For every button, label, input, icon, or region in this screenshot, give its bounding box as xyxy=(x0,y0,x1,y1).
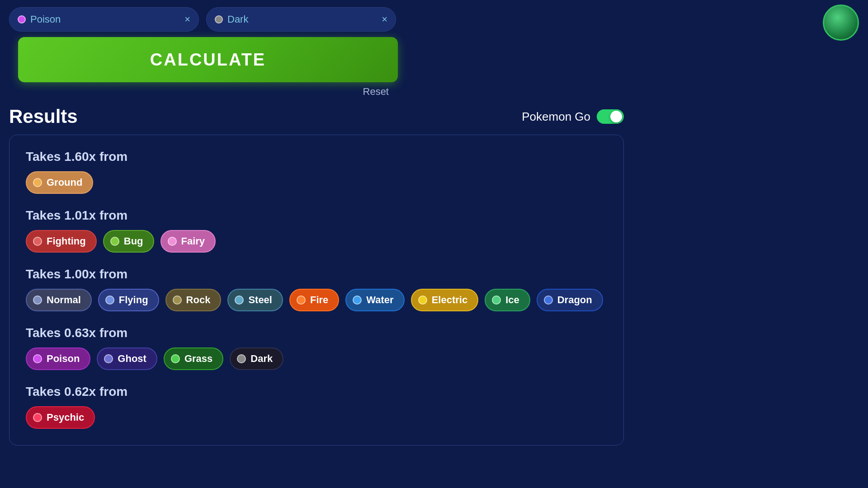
calculate-section: CALCULATE xyxy=(0,32,868,82)
steel-label: Steel xyxy=(248,294,272,306)
electric-dot xyxy=(418,296,427,305)
result-section-2: Takes 1.00x fromNormalFlyingRockSteelFir… xyxy=(26,267,607,311)
steel-dot xyxy=(235,296,244,305)
type-tags-row-0: Ground xyxy=(26,171,607,194)
calculate-button[interactable]: CALCULATE xyxy=(18,37,398,82)
type-tag-electric[interactable]: Electric xyxy=(411,289,479,311)
type1-dot xyxy=(18,15,26,23)
type-tag-ghost[interactable]: Ghost xyxy=(97,347,157,370)
normal-dot xyxy=(33,296,42,305)
type-tag-bug[interactable]: Bug xyxy=(103,230,154,253)
ground-label: Ground xyxy=(47,177,82,188)
type1-label: Poison xyxy=(30,14,61,25)
bug-label: Bug xyxy=(124,235,143,247)
pokemon-go-label: Pokemon Go xyxy=(522,110,590,124)
electric-label: Electric xyxy=(432,294,468,306)
type-tag-steel[interactable]: Steel xyxy=(227,289,283,311)
dark-dot xyxy=(237,354,246,363)
fairy-dot xyxy=(168,237,177,246)
result-multiplier-0: Takes 1.60x from xyxy=(26,150,607,164)
psychic-label: Psychic xyxy=(47,412,84,423)
type2-label: Dark xyxy=(227,14,248,25)
type-tag-rock[interactable]: Rock xyxy=(165,289,222,311)
ghost-dot xyxy=(104,354,113,363)
reset-button[interactable]: Reset xyxy=(363,86,389,98)
type-tag-ground[interactable]: Ground xyxy=(26,171,93,194)
result-multiplier-1: Takes 1.01x from xyxy=(26,208,607,223)
type2-close-button[interactable]: × xyxy=(382,14,387,24)
result-section-3: Takes 0.63x fromPoisonGhostGrassDark xyxy=(26,326,607,370)
type1-close-button[interactable]: × xyxy=(184,14,190,24)
result-section-1: Takes 1.01x fromFightingBugFairy xyxy=(26,208,607,253)
reset-row: Reset xyxy=(9,82,398,101)
bug-dot xyxy=(110,237,119,246)
rock-dot xyxy=(173,296,182,305)
fighting-label: Fighting xyxy=(47,235,86,247)
poison-dot xyxy=(33,354,42,363)
type-tag-fighting[interactable]: Fighting xyxy=(26,230,97,253)
dark-label: Dark xyxy=(250,353,273,365)
rock-label: Rock xyxy=(186,294,211,306)
type-input-2[interactable]: Dark × xyxy=(206,7,396,32)
type-tag-grass[interactable]: Grass xyxy=(164,347,223,370)
pokemon-go-toggle-area[interactable]: Pokemon Go xyxy=(522,109,624,124)
type-tag-dragon[interactable]: Dragon xyxy=(537,289,603,311)
ice-label: Ice xyxy=(505,294,519,306)
type-tags-row-3: PoisonGhostGrassDark xyxy=(26,347,607,370)
ground-dot xyxy=(33,178,42,187)
type-tag-fire[interactable]: Fire xyxy=(289,289,339,311)
avatar xyxy=(823,5,859,41)
dragon-dot xyxy=(544,296,553,305)
result-section-4: Takes 0.62x fromPsychic xyxy=(26,385,607,429)
result-multiplier-4: Takes 0.62x from xyxy=(26,385,607,399)
type-input-1[interactable]: Poison × xyxy=(9,7,199,32)
water-label: Water xyxy=(366,294,393,306)
results-title: Results xyxy=(9,106,78,127)
type-tag-fairy[interactable]: Fairy xyxy=(160,230,216,253)
fire-dot xyxy=(297,296,306,305)
type2-dot xyxy=(215,15,223,23)
result-multiplier-3: Takes 0.63x from xyxy=(26,326,607,340)
type-tags-row-1: FightingBugFairy xyxy=(26,230,607,253)
type-tags-row-2: NormalFlyingRockSteelFireWaterElectricIc… xyxy=(26,289,607,311)
flying-dot xyxy=(105,296,114,305)
type-tag-ice[interactable]: Ice xyxy=(485,289,530,311)
flying-label: Flying xyxy=(119,294,148,306)
type-tag-normal[interactable]: Normal xyxy=(26,289,92,311)
normal-label: Normal xyxy=(47,294,81,306)
type-inputs-row: Poison × Dark × xyxy=(0,0,868,32)
water-dot xyxy=(353,296,362,305)
pokemon-go-toggle-track[interactable] xyxy=(597,109,624,124)
type-tag-psychic[interactable]: Psychic xyxy=(26,406,95,429)
dragon-label: Dragon xyxy=(557,294,592,306)
psychic-dot xyxy=(33,413,42,422)
fairy-label: Fairy xyxy=(181,235,205,247)
type-tag-flying[interactable]: Flying xyxy=(98,289,159,311)
grass-dot xyxy=(171,354,180,363)
results-box: Takes 1.60x fromGroundTakes 1.01x fromFi… xyxy=(9,135,624,446)
fighting-dot xyxy=(33,237,42,246)
results-header: Results Pokemon Go xyxy=(0,101,633,135)
poison-label: Poison xyxy=(47,353,80,365)
ghost-label: Ghost xyxy=(118,353,146,365)
pokemon-go-toggle-thumb xyxy=(610,111,622,122)
type-tag-water[interactable]: Water xyxy=(345,289,404,311)
type-tag-poison[interactable]: Poison xyxy=(26,347,90,370)
type-tag-dark[interactable]: Dark xyxy=(230,347,283,370)
result-section-0: Takes 1.60x fromGround xyxy=(26,150,607,194)
fire-label: Fire xyxy=(310,294,328,306)
ice-dot xyxy=(492,296,501,305)
result-multiplier-2: Takes 1.00x from xyxy=(26,267,607,282)
type-tags-row-4: Psychic xyxy=(26,406,607,429)
grass-label: Grass xyxy=(184,353,212,365)
